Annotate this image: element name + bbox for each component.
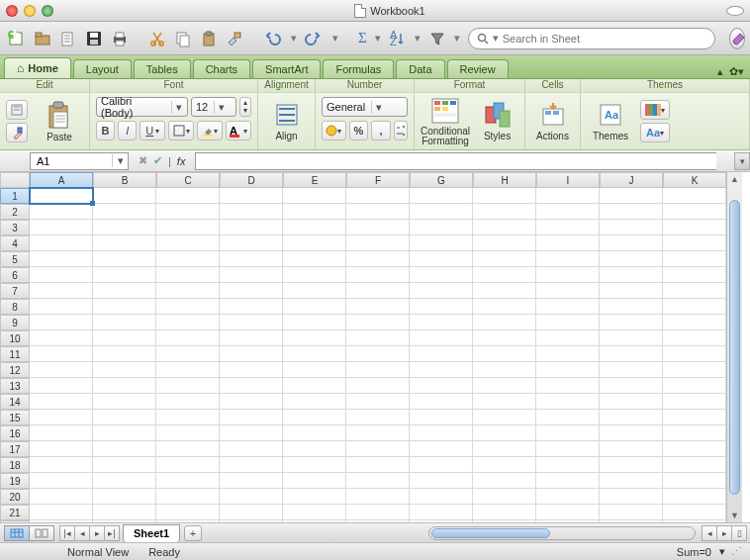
cell-C1[interactable]	[156, 188, 220, 204]
cell-C8[interactable]	[156, 299, 220, 315]
cell-K12[interactable]	[663, 362, 726, 378]
sheet-tab-1[interactable]: Sheet1	[123, 524, 180, 542]
cell-J2[interactable]	[600, 204, 663, 220]
bold-button[interactable]: B	[96, 121, 115, 140]
cell-I2[interactable]	[536, 204, 600, 220]
cell-F7[interactable]	[346, 283, 410, 299]
row-header-14[interactable]: 14	[0, 394, 30, 410]
scroll-left-button[interactable]: ◂	[702, 525, 717, 541]
cell-J6[interactable]	[600, 267, 663, 283]
cell-J7[interactable]	[600, 283, 663, 299]
column-header-K[interactable]: K	[663, 172, 726, 188]
theme-fonts-button[interactable]: Aa▾	[640, 123, 670, 142]
cell-I17[interactable]	[536, 441, 600, 457]
cell-G9[interactable]	[410, 315, 473, 330]
cell-G19[interactable]	[410, 473, 473, 489]
cell-D12[interactable]	[220, 362, 283, 378]
row-header-8[interactable]: 8	[0, 299, 30, 315]
cell-J17[interactable]	[600, 441, 663, 457]
cell-C14[interactable]	[156, 394, 220, 410]
cell-I10[interactable]	[536, 330, 600, 346]
cell-B12[interactable]	[93, 362, 156, 378]
cell-A2[interactable]	[30, 204, 93, 220]
cell-H20[interactable]	[473, 489, 536, 505]
cell-C22[interactable]	[156, 520, 220, 522]
cell-C21[interactable]	[156, 505, 220, 520]
column-header-B[interactable]: B	[93, 172, 156, 188]
cell-J18[interactable]	[600, 457, 663, 473]
font-name-select[interactable]: Calibri (Body)▾	[96, 97, 188, 117]
cell-H16[interactable]	[473, 425, 536, 441]
cell-E22[interactable]	[283, 520, 346, 522]
cell-C5[interactable]	[156, 251, 220, 267]
column-header-D[interactable]: D	[220, 172, 283, 188]
cell-G16[interactable]	[410, 425, 473, 441]
cell-A15[interactable]	[30, 410, 93, 425]
cell-D13[interactable]	[220, 378, 283, 394]
tab-layout[interactable]: Layout	[73, 59, 132, 78]
cell-A10[interactable]	[30, 330, 93, 346]
cell-G21[interactable]	[410, 505, 473, 520]
cell-F17[interactable]	[346, 441, 410, 457]
save-button[interactable]	[85, 28, 103, 49]
cell-K6[interactable]	[663, 267, 726, 283]
cell-C3[interactable]	[156, 220, 220, 235]
format-painter-button[interactable]	[226, 28, 243, 49]
cell-F12[interactable]	[346, 362, 410, 378]
cell-A17[interactable]	[30, 441, 93, 457]
cell-D6[interactable]	[220, 267, 283, 283]
close-window-button[interactable]	[6, 5, 18, 17]
fill-dropdown[interactable]	[6, 100, 28, 142]
cell-B5[interactable]	[93, 251, 156, 267]
cell-I20[interactable]	[536, 489, 600, 505]
row-header-3[interactable]: 3	[0, 220, 30, 235]
paste-button[interactable]	[200, 28, 218, 49]
chevron-down-icon[interactable]: ▾	[112, 154, 128, 167]
font-color-button[interactable]: A▾	[226, 121, 251, 140]
cell-J21[interactable]	[600, 505, 663, 520]
cell-D14[interactable]	[220, 394, 283, 410]
cell-B22[interactable]	[93, 520, 156, 522]
cell-K15[interactable]	[663, 410, 726, 425]
row-header-9[interactable]: 9	[0, 315, 30, 330]
cell-D15[interactable]	[220, 410, 283, 425]
cell-D16[interactable]	[220, 425, 283, 441]
cell-H1[interactable]	[473, 188, 536, 204]
cell-E19[interactable]	[283, 473, 346, 489]
cell-E4[interactable]	[283, 235, 346, 251]
cell-A22[interactable]	[30, 520, 93, 522]
cell-B11[interactable]	[93, 346, 156, 362]
cell-B6[interactable]	[93, 267, 156, 283]
fill-color-button[interactable]: ▾	[197, 121, 223, 140]
conditional-formatting-button[interactable]: Conditional Formatting	[421, 97, 470, 146]
tab-formulas[interactable]: Formulas	[323, 59, 394, 78]
italic-button[interactable]: I	[118, 121, 137, 140]
cell-F21[interactable]	[346, 505, 410, 520]
cell-I11[interactable]	[536, 346, 600, 362]
cell-F6[interactable]	[346, 267, 410, 283]
redo-button[interactable]	[305, 28, 325, 49]
cell-G2[interactable]	[410, 204, 473, 220]
cell-K10[interactable]	[663, 330, 726, 346]
cell-H7[interactable]	[473, 283, 536, 299]
cell-E2[interactable]	[283, 204, 346, 220]
cell-F10[interactable]	[346, 330, 410, 346]
cell-G3[interactable]	[410, 220, 473, 235]
cell-F2[interactable]	[346, 204, 410, 220]
enter-formula-icon[interactable]: ✔	[153, 154, 162, 167]
prev-sheet-button[interactable]: ◂	[74, 525, 90, 541]
cell-G6[interactable]	[410, 267, 473, 283]
cell-A21[interactable]	[30, 505, 93, 520]
column-header-F[interactable]: F	[346, 172, 410, 188]
cell-A18[interactable]	[30, 457, 93, 473]
tab-home[interactable]: ⌂Home	[4, 57, 71, 78]
row-header-5[interactable]: 5	[0, 251, 30, 267]
cell-G1[interactable]	[410, 188, 473, 204]
cell-C9[interactable]	[156, 315, 220, 330]
cell-E20[interactable]	[283, 489, 346, 505]
row-header-6[interactable]: 6	[0, 267, 30, 283]
comma-button[interactable]: ,	[371, 121, 391, 140]
column-header-E[interactable]: E	[283, 172, 346, 188]
cell-K22[interactable]	[663, 520, 726, 522]
cell-I15[interactable]	[536, 410, 600, 425]
